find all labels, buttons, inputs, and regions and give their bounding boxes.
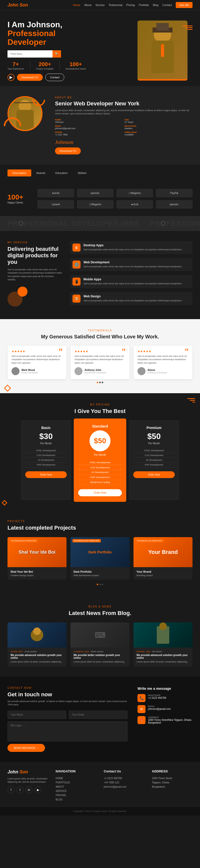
nav-links: Home About Service Testimonial Pricing P… [73,2,193,8]
send-message-button[interactable]: SEND MESSAGE → [7,744,45,752]
blog-head-3 [159,622,167,630]
logo-circle1: ●circle [37,189,74,197]
pricing-grid: Basic $30 Per Month HTML Development CSS… [7,421,193,500]
contact-name-input[interactable] [7,711,66,719]
hero-left: I Am Johnson, Professional Developer 🔍 7… [7,20,137,81]
nav-home[interactable]: Home [73,3,80,6]
projects-grid: Shal Your Ide Boi FACEBOOK AD TEMPLATE S… [7,537,193,580]
premium-features: HTML Development CSS Development JS Deve… [133,448,175,467]
blog-person-3 [157,626,169,644]
project-img-3: Your Brand FACEBOOK AD TEMPLATE [133,537,193,567]
dot-3[interactable] [102,382,103,383]
nav-portfolio[interactable]: Portfolio [139,3,149,6]
contact-email: ✉ EMAIL johnson@gmail.com [137,705,193,713]
project-tag-2: FACEBOOK AD TEMPLATE [72,539,101,542]
blog-card-2[interactable]: ⌨ 12 MARCH, 2021 MARK ADMIN We provide b… [70,622,130,666]
footer-link-portfolio[interactable]: PORTFOLIO [56,780,97,785]
testimonials-title: My Generous Satisfied Client Who Love My… [7,334,193,340]
blog-img-3 [133,622,193,648]
contact-inner: CONTACT NOW Get in touch now We provide … [7,686,193,752]
testimonial-1: " ★★★★★ Sed ut perspiciatis unde omnis i… [7,346,67,379]
about-field-phone: PHONE +1 012 7896 [55,131,123,136]
project-desc-2: Web development project [73,574,127,577]
service-desktop-content: Desktop Apps Sed ut perspiciatis unde om… [84,244,182,252]
service-web-content: Web Development Sed ut perspiciatis unde… [84,260,182,269]
marquee-section: PROFESSIONAL DEVELOPER.HIRE PROFESSIONAL… [0,216,200,231]
premium-order-button[interactable]: Order Now [133,471,175,478]
blog-grid: 25 FEB, 2021 JOHN ADMIN We provide advan… [7,622,193,666]
proj-dot-2[interactable] [99,584,101,585]
footer-link-about[interactable]: ABOUT [56,785,97,789]
proj-dot-1[interactable] [97,584,98,585]
service-design: 🎨 Web Design Sed ut perspiciatis unde om… [70,292,193,305]
standard-order-button[interactable]: Order Now [78,489,122,496]
nav-about[interactable]: About [84,3,92,6]
download-cv-button[interactable]: Download CV [17,74,43,81]
project-title-2: Dark Portfolio [73,570,127,573]
project-title-3: Your Brand [136,570,190,573]
facebook-icon[interactable]: f [7,786,14,794]
footer-link-blog[interactable]: BLOG [56,798,97,802]
nav-pricing[interactable]: Pricing [127,3,135,6]
blog-card-1[interactable]: 25 FEB, 2021 JOHN ADMIN We provide advan… [7,622,67,666]
avatar-1 [11,367,20,375]
footer-link-pricing[interactable]: PRICING [56,793,97,798]
author-3: Alison Fullstack Developer [137,367,189,375]
basic-order-button[interactable]: Order Now [25,471,67,478]
about-description: Lorem ipsum dolor sit amet, consectetur … [55,109,193,116]
blog-img-2: ⌨ [70,622,130,648]
contact-address: 📍 ADDRESS 1069 Times StreetNew Tejgaon, … [137,716,193,724]
about-field-email: EMAIL johnson@gmail.com [55,125,123,130]
stat-experience: 7+ Year Experience [7,61,24,70]
project-2[interactable]: Dark Portfolio FACEBOOK AD TEMPLATE Dark… [70,537,130,580]
address-icon: 📍 [137,716,145,724]
blog-title-1: We provide advanced solution growth your… [10,654,64,659]
search-button[interactable]: 🔍 [53,50,61,58]
tab-education[interactable]: Education [51,169,73,177]
nav-service[interactable]: Service [96,3,105,6]
tab-description[interactable]: Description [7,169,31,177]
project-1[interactable]: Shal Your Ide Boi FACEBOOK AD TEMPLATE S… [7,537,67,580]
about-download-cv-button[interactable]: Download CV [55,148,81,154]
search-input[interactable] [7,50,53,58]
pricing-premium: Premium $50 Per Month HTML Development C… [129,421,179,500]
hire-me-button[interactable]: Hire Me [176,2,193,8]
project-img-2: Dark Portfolio FACEBOOK AD TEMPLATE [70,537,130,567]
services-title: Delivering beautiful digital products fo… [7,246,63,266]
about-tag: ABOUT ME [55,96,193,99]
footer-addr1: 1069 Times Street [152,776,193,780]
linkedin-icon[interactable]: in [26,786,33,794]
footer-address: ADDRESS 1069 Times Street Tejgaon, Dhaka… [152,769,193,802]
contact-message-input[interactable] [7,721,128,741]
footer-navigation: NAVIGATION HOME PORTFOLIO ABOUT SERVICE … [56,769,97,802]
project-3[interactable]: Your Brand FACEBOOK AD TEMPLATE Your Bra… [133,537,193,580]
nav-logo[interactable]: John Son [7,2,28,8]
footer-nav-title: NAVIGATION [56,769,97,773]
dot-1[interactable] [97,382,98,383]
footer-link-home[interactable]: HOME [56,776,97,780]
blog-bg-1 [7,622,67,648]
footer-address-title: ADDRESS [152,769,193,773]
person-hat-top [156,23,169,31]
footer-link-service[interactable]: SERVICE [56,789,97,793]
blog-card-3[interactable]: 05 APRIL, 2021 MR ADMIN We provide advan… [133,622,193,666]
project-content-1: Shal Your Ide Boi Creative design projec… [7,567,67,580]
desktop-icon: 🖥 [72,244,80,252]
nav-testimonial[interactable]: Testimonial [109,3,123,6]
projects-dots [7,584,193,585]
project-content-2: Dark Portfolio Web development project [70,567,130,580]
twitter-icon[interactable]: t [16,786,24,794]
play-button[interactable]: ▶ [7,74,14,81]
proj-dot-3[interactable] [102,584,103,585]
tab-awards[interactable]: Awards [31,169,50,177]
nav-blog[interactable]: Blog [153,3,159,6]
author-info-1: Mark Wood React Developer [22,369,38,374]
tab-skillset[interactable]: Skillset [72,169,91,177]
nav-contact[interactable]: Contact [163,3,172,6]
footer-brand: John Son Lorem ipsum dolor sit amet, con… [7,769,48,802]
dot-2[interactable] [99,382,101,383]
blog-head-1 [33,627,41,635]
youtube-icon[interactable]: ▶ [34,786,41,794]
contact-hero-button[interactable]: Contact [45,73,64,81]
contact-email-input[interactable] [69,711,128,719]
